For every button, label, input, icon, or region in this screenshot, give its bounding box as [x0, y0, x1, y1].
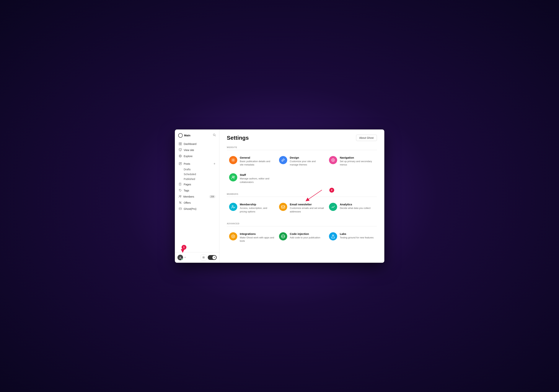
analytics-card[interactable]: Analytics Decide what data you collect	[327, 200, 377, 217]
membership-card-title: Membership	[240, 203, 275, 206]
offers-icon	[179, 201, 182, 205]
main-content: Settings About Ghost WEBSITE General Bas…	[219, 129, 384, 263]
sidebar-item-ghost-pro[interactable]: Ghost(Pro)	[177, 206, 217, 212]
membership-card[interactable]: Membership Access, subscription, and pri…	[227, 200, 277, 217]
svg-rect-26	[179, 208, 181, 210]
labs-card-title: Labs	[340, 232, 373, 236]
sidebar-item-dashboard[interactable]: Dashboard	[177, 141, 217, 147]
online-indicator	[181, 259, 183, 260]
website-section-label: WEBSITE	[227, 146, 377, 150]
sidebar-item-members-label: Members	[183, 195, 194, 198]
design-card-title: Design	[290, 156, 325, 159]
staff-card-title: Staff	[240, 173, 275, 176]
sidebar: Main Dashboard View site	[175, 129, 219, 263]
general-card-title: General	[240, 156, 275, 159]
website-settings-grid: General Basic publication details and si…	[227, 153, 377, 187]
view-site-icon	[179, 148, 182, 152]
explore-icon	[179, 155, 182, 158]
toggle-knob: ✶	[212, 256, 216, 259]
svg-point-21	[179, 195, 180, 196]
settings-button[interactable]	[201, 255, 207, 260]
labs-icon	[329, 232, 337, 240]
page-title: Settings	[227, 135, 249, 141]
ghost-pro-icon	[179, 207, 182, 211]
integrations-card[interactable]: Integrations Make Ghost work with apps a…	[227, 229, 277, 246]
svg-point-35	[232, 205, 233, 207]
general-icon	[229, 156, 237, 164]
integrations-card-desc: Make Ghost work with apps and tools	[240, 236, 275, 243]
code-injection-card-desc: Add code to your publication	[290, 236, 320, 239]
sidebar-item-offers-label: Offers	[184, 201, 191, 204]
site-logo[interactable]: Main	[178, 133, 190, 138]
pages-icon	[179, 183, 182, 186]
posts-section: Posts + Drafts Scheduled Published	[177, 161, 217, 182]
sidebar-item-explore-label: Explore	[184, 155, 193, 158]
staff-card[interactable]: Staff Manage authors, editor and collabo…	[227, 170, 277, 187]
navigation-card-title: Navigation	[340, 156, 374, 159]
svg-rect-3	[180, 143, 182, 144]
svg-point-20	[179, 189, 180, 190]
annotation-1: 1	[182, 245, 186, 250]
sidebar-item-explore[interactable]: Explore	[177, 153, 217, 159]
analytics-card-desc: Decide what data you collect	[340, 207, 370, 210]
about-ghost-button[interactable]: About Ghost	[356, 135, 377, 141]
email-newsletter-card[interactable]: Email newsletter Customize emails and se…	[277, 200, 327, 217]
chevron-down-icon: ▾	[185, 256, 186, 259]
search-icon	[213, 134, 216, 137]
sidebar-item-pages-label: Pages	[184, 183, 191, 186]
sidebar-item-published[interactable]: Published	[177, 177, 217, 182]
members-section-label: MEMBERS	[227, 193, 377, 197]
email-newsletter-card-desc: Customize emails and set email addresses	[290, 207, 325, 214]
membership-icon	[229, 203, 237, 211]
sidebar-item-members[interactable]: Members 206	[177, 194, 217, 200]
design-icon	[279, 156, 287, 164]
search-button[interactable]	[213, 134, 216, 137]
sidebar-item-scheduled[interactable]: Scheduled	[177, 172, 217, 177]
analytics-card-title: Analytics	[340, 203, 370, 206]
sidebar-item-drafts[interactable]: Drafts	[177, 167, 217, 172]
navigation-card-desc: Set up primary and secondary menus	[340, 160, 374, 167]
sidebar-header: Main	[175, 133, 219, 141]
posts-icon	[179, 162, 182, 166]
design-card[interactable]: Design Customize your site and manage th…	[277, 153, 327, 170]
site-name: Main	[184, 134, 190, 137]
navigation-icon	[329, 156, 337, 164]
gear-icon	[202, 256, 205, 259]
integrations-card-title: Integrations	[240, 232, 275, 236]
general-card[interactable]: General Basic publication details and si…	[227, 153, 277, 170]
email-newsletter-card-title: Email newsletter	[290, 203, 325, 206]
user-info[interactable]: ▾	[177, 255, 186, 260]
dark-mode-toggle[interactable]: ✶	[208, 255, 217, 260]
members-icon	[179, 195, 182, 199]
integrations-icon	[229, 232, 237, 240]
design-card-desc: Customize your site and manage themes	[290, 160, 325, 167]
members-settings-grid: Membership Access, subscription, and pri…	[227, 200, 377, 217]
sidebar-footer: 1 ▾ ✶	[175, 252, 219, 263]
navigation-card[interactable]: Navigation Set up primary and secondary …	[327, 153, 377, 170]
staff-card-desc: Manage authors, editor and collaborators	[240, 177, 275, 184]
add-post-button[interactable]: +	[214, 162, 215, 165]
footer-actions: ✶	[201, 255, 217, 260]
svg-rect-5	[180, 144, 182, 145]
dashboard-icon	[179, 142, 182, 146]
website-section: WEBSITE General Basic publication detail…	[227, 146, 377, 187]
labs-card[interactable]: Labs Testing ground for new features	[327, 229, 377, 246]
sidebar-item-offers[interactable]: Offers	[177, 200, 217, 206]
sidebar-item-view-site-label: View site	[184, 149, 194, 152]
sidebar-item-posts[interactable]: Posts	[179, 162, 190, 166]
labs-card-desc: Testing ground for new features	[340, 236, 373, 239]
svg-rect-36	[281, 206, 285, 208]
general-card-desc: Basic publication details and site metad…	[240, 160, 275, 167]
sidebar-item-tags[interactable]: Tags	[177, 188, 217, 194]
code-injection-icon	[279, 232, 287, 240]
svg-point-25	[180, 203, 181, 203]
sidebar-item-view-site[interactable]: View site	[177, 147, 217, 153]
svg-rect-6	[179, 149, 182, 150]
svg-point-24	[179, 201, 180, 202]
sidebar-item-pages[interactable]: Pages	[177, 182, 217, 188]
page-header: Settings About Ghost	[227, 135, 377, 141]
svg-rect-2	[179, 143, 180, 144]
avatar	[177, 255, 183, 260]
code-injection-card-title: Code injection	[290, 232, 320, 236]
code-injection-card[interactable]: Code injection Add code to your publicat…	[277, 229, 327, 246]
